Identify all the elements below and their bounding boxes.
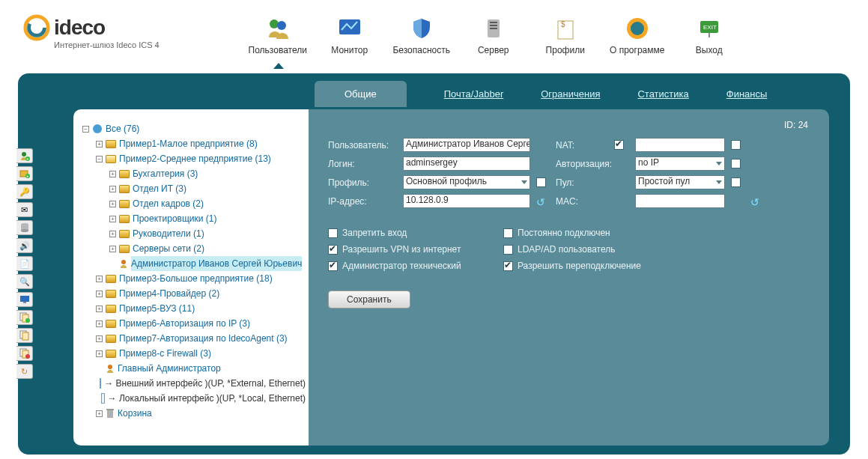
tab-mail[interactable]: Почта/Jabber	[444, 88, 503, 100]
nav-security[interactable]: Безопасность	[386, 13, 458, 58]
tree-item[interactable]: +Серверы сети (2)	[109, 241, 306, 256]
side-add-user-icon[interactable]: +	[16, 148, 33, 163]
tree-item[interactable]: −Пример2-Среднее предприятие (13)	[96, 151, 306, 166]
tree-item[interactable]: +Бухгалтерия (3)	[109, 166, 306, 181]
ip-refresh-icon[interactable]: ↺	[536, 196, 548, 207]
side-search-icon[interactable]: 🔍	[16, 274, 33, 289]
svg-point-37	[108, 365, 112, 369]
id-display: ID: 24	[784, 120, 808, 130]
user-icon	[119, 259, 128, 268]
nav-monitor[interactable]: Монитор	[314, 13, 386, 58]
exit-icon: EXIT	[697, 16, 721, 40]
svg-text:$: $	[561, 20, 565, 28]
nat-extra-cb[interactable]	[731, 140, 741, 150]
tree-item[interactable]: +Пример3-Большое предприятие (18)	[96, 271, 306, 286]
perm-conn-label: Постоянно подключен	[518, 228, 610, 238]
vpn-cb[interactable]	[328, 245, 338, 255]
nat-input[interactable]	[635, 138, 725, 152]
tree-item[interactable]: +Пример1-Малое предприятие (8)	[96, 136, 306, 151]
logo: ideco Интернет-шлюз Ideco ICS 4	[22, 13, 160, 49]
auth-extra-cb[interactable]	[731, 159, 741, 168]
top-nav: Пользователи Монитор Безопасность Сервер…	[242, 13, 745, 58]
profile-label: Профиль:	[328, 177, 397, 188]
pool-extra-cb[interactable]	[731, 177, 741, 187]
pool-label: Пул:	[556, 177, 608, 188]
admin-label: Администратор технический	[342, 261, 461, 271]
mac-refresh-icon[interactable]: ↺	[750, 196, 762, 207]
tree-item[interactable]: +Отдел кадров (2)	[109, 196, 306, 211]
tabs: Общие Почта/Jabber Ограничения Статистик…	[315, 81, 767, 107]
side-key-icon[interactable]: 🔑	[16, 184, 33, 199]
user-input[interactable]: Администратор Иванов Сергей	[403, 138, 530, 152]
side-mail-icon[interactable]: ✉	[16, 202, 33, 217]
ldap-cb[interactable]	[503, 245, 513, 255]
tree-item[interactable]: +Проектировщики (1)	[109, 211, 306, 226]
profile-extra-cb[interactable]	[536, 177, 546, 187]
side-copy-icon[interactable]	[16, 328, 33, 343]
tree-loc-iface[interactable]: → Локальный интерфейс )(UP, *Local, Ethe…	[96, 391, 306, 406]
svg-rect-6	[490, 22, 497, 23]
nav-about[interactable]: О программе	[601, 13, 673, 58]
ldap-label: LDAP/AD пользователь	[518, 244, 615, 255]
reconn-label: Разрешить переподключение	[518, 261, 641, 271]
globe-icon	[92, 124, 103, 134]
tab-stats[interactable]: Статистика	[637, 88, 688, 100]
nav-users[interactable]: Пользователи	[242, 13, 314, 58]
tree-trash[interactable]: +Корзина	[96, 406, 306, 421]
nat-checkbox[interactable]	[614, 140, 624, 150]
ip-label: IP-адрес:	[328, 196, 397, 207]
svg-point-1	[29, 20, 45, 36]
shield-icon	[410, 16, 434, 40]
nav-profiles[interactable]: $ Профили	[529, 13, 601, 58]
nav-exit[interactable]: EXIT Выход	[673, 13, 745, 58]
tab-limits[interactable]: Ограничения	[541, 88, 600, 100]
svg-text:+: +	[26, 156, 29, 161]
sidebar-toolbar: + + 🔑 ✉ 🔊 📄 🔍 ↻	[16, 148, 34, 379]
pool-select[interactable]: Простой пул	[635, 175, 725, 189]
tree-item[interactable]: +Пример7-Авторизация по IdecoAgent (3)	[96, 331, 306, 346]
svg-point-29	[25, 318, 30, 323]
ip-input[interactable]: 10.128.0.9	[403, 194, 530, 208]
side-sound-icon[interactable]: 🔊	[16, 238, 33, 253]
tab-finance[interactable]: Финансы	[726, 88, 768, 100]
tree-item[interactable]: +Пример4-Провайдер (2)	[96, 286, 306, 301]
admin-cb[interactable]	[328, 261, 338, 271]
tree-item[interactable]: +Пример8-с Firewall (3)	[96, 346, 306, 361]
tree-item[interactable]: +Отдел ИТ (3)	[109, 181, 306, 196]
save-button[interactable]: Сохранить	[328, 291, 410, 308]
side-screen-icon[interactable]	[16, 292, 33, 307]
about-icon	[625, 16, 649, 40]
users-icon	[266, 16, 290, 40]
tree-ext-iface[interactable]: → Внешний интерфейс )(UP, *External, Eth…	[96, 376, 306, 391]
perm-conn-cb[interactable]	[503, 228, 513, 238]
svg-text:EXIT: EXIT	[703, 24, 717, 31]
svg-rect-38	[107, 410, 113, 418]
side-db-icon[interactable]	[16, 220, 33, 235]
tree-item[interactable]: +Пример6-Авторизация по IP (3)	[96, 316, 306, 331]
mac-input[interactable]	[635, 194, 725, 208]
deny-login-cb[interactable]	[328, 228, 338, 238]
side-copy-add-icon[interactable]	[16, 310, 33, 325]
tree-main-admin[interactable]: Главный Администратор	[96, 361, 306, 376]
tree-selected-user[interactable]: Администратор Иванов Сергей Юрьевич	[109, 256, 306, 271]
server-icon	[482, 16, 506, 40]
reconn-cb[interactable]	[503, 261, 513, 271]
svg-rect-39	[106, 409, 114, 410]
tree-item[interactable]: +Руководители (1)	[109, 226, 306, 241]
tree-root[interactable]: −Все (76)	[82, 121, 306, 136]
user-icon	[106, 364, 115, 373]
tab-general[interactable]: Общие	[315, 81, 407, 107]
login-label: Логин:	[328, 159, 397, 169]
auth-select[interactable]: no IP	[635, 156, 725, 171]
nav-server[interactable]: Сервер	[458, 13, 529, 58]
svg-point-3	[277, 21, 286, 30]
side-refresh-icon[interactable]: ↻	[16, 364, 33, 379]
tree-item[interactable]: +Пример5-ВУЗ (11)	[96, 301, 306, 316]
profile-select[interactable]: Основной профиль	[403, 175, 530, 189]
side-doc-icon[interactable]: 📄	[16, 256, 33, 271]
svg-point-12	[631, 22, 644, 35]
login-input[interactable]: adminsergey	[403, 156, 530, 171]
side-add-folder-icon[interactable]: +	[16, 166, 33, 181]
side-delete-icon[interactable]	[16, 346, 33, 361]
logo-text: ideco	[54, 16, 105, 40]
